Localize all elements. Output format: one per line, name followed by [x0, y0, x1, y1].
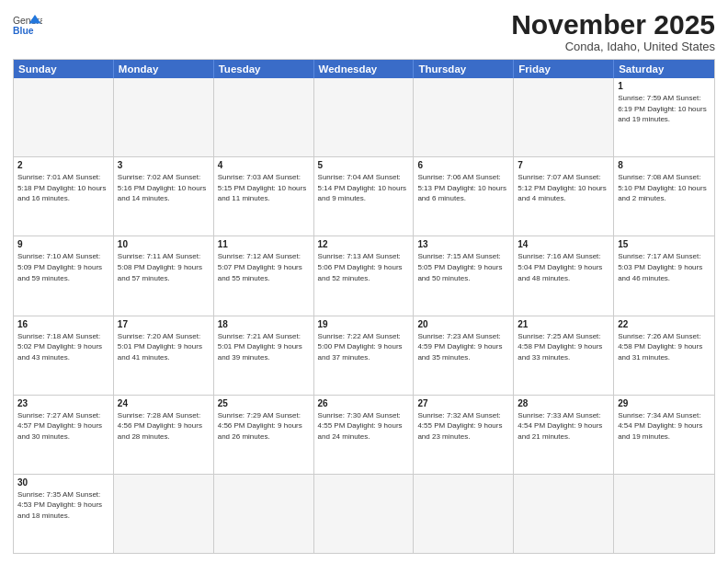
calendar-week-4: 16Sunrise: 7:18 AM Sunset: 5:02 PM Dayli… [14, 316, 714, 395]
calendar-cell: 13Sunrise: 7:15 AM Sunset: 5:05 PM Dayli… [414, 236, 514, 315]
day-number: 17 [118, 319, 210, 329]
header-saturday: Saturday [614, 60, 714, 78]
calendar-cell: 22Sunrise: 7:26 AM Sunset: 4:58 PM Dayli… [614, 316, 714, 395]
day-info: Sunrise: 7:13 AM Sunset: 5:06 PM Dayligh… [318, 251, 410, 283]
day-info: Sunrise: 7:20 AM Sunset: 5:01 PM Dayligh… [118, 331, 210, 363]
day-number: 5 [318, 160, 410, 170]
calendar-cell [514, 78, 614, 156]
calendar-cell: 6Sunrise: 7:06 AM Sunset: 5:13 PM Daylig… [414, 157, 514, 236]
day-number: 25 [218, 398, 310, 408]
calendar-week-2: 2Sunrise: 7:01 AM Sunset: 5:18 PM Daylig… [14, 156, 714, 236]
day-info: Sunrise: 7:03 AM Sunset: 5:15 PM Dayligh… [218, 172, 310, 204]
day-number: 4 [218, 160, 310, 170]
day-number: 9 [17, 239, 109, 249]
day-info: Sunrise: 7:29 AM Sunset: 4:56 PM Dayligh… [218, 410, 310, 442]
day-info: Sunrise: 7:06 AM Sunset: 5:13 PM Dayligh… [417, 172, 509, 204]
location-subtitle: Conda, Idaho, United States [511, 40, 715, 53]
day-number: 14 [518, 239, 609, 249]
day-number: 3 [118, 160, 210, 170]
day-number: 26 [318, 398, 410, 408]
calendar-week-3: 9Sunrise: 7:10 AM Sunset: 5:09 PM Daylig… [14, 236, 714, 315]
header-monday: Monday [114, 60, 214, 78]
calendar-cell: 7Sunrise: 7:07 AM Sunset: 5:12 PM Daylig… [514, 157, 614, 236]
day-number: 12 [318, 239, 410, 249]
calendar-cell: 25Sunrise: 7:29 AM Sunset: 4:56 PM Dayli… [214, 396, 314, 474]
day-info: Sunrise: 7:34 AM Sunset: 4:54 PM Dayligh… [618, 410, 711, 442]
day-info: Sunrise: 7:15 AM Sunset: 5:05 PM Dayligh… [417, 251, 509, 283]
calendar-cell [114, 78, 214, 156]
day-number: 1 [618, 81, 711, 91]
calendar-cell [614, 475, 714, 553]
day-info: Sunrise: 7:33 AM Sunset: 4:54 PM Dayligh… [518, 410, 609, 442]
day-info: Sunrise: 7:11 AM Sunset: 5:08 PM Dayligh… [118, 251, 210, 283]
day-number: 15 [618, 239, 711, 249]
calendar-cell: 26Sunrise: 7:30 AM Sunset: 4:55 PM Dayli… [314, 396, 415, 474]
day-info: Sunrise: 7:59 AM Sunset: 6:19 PM Dayligh… [618, 93, 711, 125]
day-number: 28 [518, 398, 609, 408]
day-number: 2 [17, 160, 109, 170]
calendar-cell [114, 475, 214, 553]
calendar-body: 1Sunrise: 7:59 AM Sunset: 6:19 PM Daylig… [14, 78, 714, 553]
day-number: 30 [17, 477, 109, 488]
calendar-cell [314, 475, 415, 553]
calendar-cell [314, 78, 415, 156]
day-number: 27 [417, 398, 509, 408]
header: General Blue November 2025 Conda, Idaho,… [13, 9, 715, 53]
calendar-cell: 11Sunrise: 7:12 AM Sunset: 5:07 PM Dayli… [214, 236, 314, 315]
day-info: Sunrise: 7:25 AM Sunset: 4:58 PM Dayligh… [518, 331, 609, 363]
day-number: 21 [518, 319, 609, 329]
day-info: Sunrise: 7:27 AM Sunset: 4:57 PM Dayligh… [17, 410, 109, 442]
calendar-header-row: Sunday Monday Tuesday Wednesday Thursday… [14, 60, 714, 78]
calendar: Sunday Monday Tuesday Wednesday Thursday… [13, 59, 715, 554]
calendar-cell: 18Sunrise: 7:21 AM Sunset: 5:01 PM Dayli… [214, 316, 314, 395]
day-info: Sunrise: 7:26 AM Sunset: 4:58 PM Dayligh… [618, 331, 711, 363]
calendar-cell [14, 78, 114, 156]
day-info: Sunrise: 7:02 AM Sunset: 5:16 PM Dayligh… [118, 172, 210, 204]
calendar-cell: 12Sunrise: 7:13 AM Sunset: 5:06 PM Dayli… [314, 236, 415, 315]
day-info: Sunrise: 7:21 AM Sunset: 5:01 PM Dayligh… [218, 331, 310, 363]
day-info: Sunrise: 7:04 AM Sunset: 5:14 PM Dayligh… [318, 172, 410, 204]
calendar-cell: 8Sunrise: 7:08 AM Sunset: 5:10 PM Daylig… [614, 157, 714, 236]
logo: General Blue [13, 13, 42, 39]
calendar-week-6: 30Sunrise: 7:35 AM Sunset: 4:53 PM Dayli… [14, 474, 714, 553]
calendar-cell: 17Sunrise: 7:20 AM Sunset: 5:01 PM Dayli… [114, 316, 214, 395]
day-number: 7 [518, 160, 609, 170]
title-block: November 2025 Conda, Idaho, United State… [511, 9, 715, 53]
calendar-cell [214, 475, 314, 553]
calendar-cell [214, 78, 314, 156]
day-number: 22 [618, 319, 711, 329]
day-number: 23 [17, 398, 109, 408]
day-number: 18 [218, 319, 310, 329]
day-info: Sunrise: 7:12 AM Sunset: 5:07 PM Dayligh… [218, 251, 310, 283]
day-number: 10 [118, 239, 210, 249]
day-info: Sunrise: 7:10 AM Sunset: 5:09 PM Dayligh… [17, 251, 109, 283]
calendar-cell: 28Sunrise: 7:33 AM Sunset: 4:54 PM Dayli… [514, 396, 614, 474]
day-info: Sunrise: 7:28 AM Sunset: 4:56 PM Dayligh… [118, 410, 210, 442]
header-friday: Friday [514, 60, 614, 78]
day-number: 13 [417, 239, 509, 249]
calendar-cell: 24Sunrise: 7:28 AM Sunset: 4:56 PM Dayli… [114, 396, 214, 474]
day-info: Sunrise: 7:23 AM Sunset: 4:59 PM Dayligh… [417, 331, 509, 363]
calendar-cell: 2Sunrise: 7:01 AM Sunset: 5:18 PM Daylig… [14, 157, 114, 236]
calendar-cell: 29Sunrise: 7:34 AM Sunset: 4:54 PM Dayli… [614, 396, 714, 474]
generalblue-logo-icon: General Blue [13, 13, 42, 39]
calendar-cell: 1Sunrise: 7:59 AM Sunset: 6:19 PM Daylig… [614, 78, 714, 156]
calendar-cell: 5Sunrise: 7:04 AM Sunset: 5:14 PM Daylig… [314, 157, 415, 236]
month-title: November 2025 [511, 9, 715, 40]
calendar-cell [414, 78, 514, 156]
day-number: 6 [417, 160, 509, 170]
day-number: 11 [218, 239, 310, 249]
day-number: 29 [618, 398, 711, 408]
day-info: Sunrise: 7:17 AM Sunset: 5:03 PM Dayligh… [618, 251, 711, 283]
calendar-cell: 14Sunrise: 7:16 AM Sunset: 5:04 PM Dayli… [514, 236, 614, 315]
day-info: Sunrise: 7:30 AM Sunset: 4:55 PM Dayligh… [318, 410, 410, 442]
calendar-cell: 4Sunrise: 7:03 AM Sunset: 5:15 PM Daylig… [214, 157, 314, 236]
page: General Blue November 2025 Conda, Idaho,… [0, 0, 728, 563]
day-info: Sunrise: 7:01 AM Sunset: 5:18 PM Dayligh… [17, 172, 109, 204]
calendar-cell: 10Sunrise: 7:11 AM Sunset: 5:08 PM Dayli… [114, 236, 214, 315]
calendar-cell: 23Sunrise: 7:27 AM Sunset: 4:57 PM Dayli… [14, 396, 114, 474]
header-wednesday: Wednesday [314, 60, 415, 78]
header-sunday: Sunday [14, 60, 114, 78]
calendar-cell [414, 475, 514, 553]
calendar-cell: 19Sunrise: 7:22 AM Sunset: 5:00 PM Dayli… [314, 316, 415, 395]
